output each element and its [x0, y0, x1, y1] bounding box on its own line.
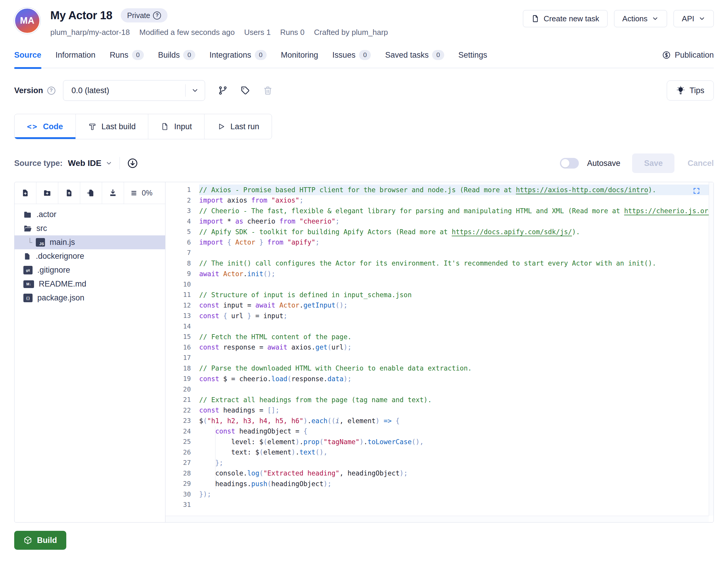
- new-folder-button[interactable]: [36, 182, 58, 204]
- code-line[interactable]: 17: [165, 352, 713, 363]
- code-line[interactable]: 31: [165, 499, 713, 510]
- code-editor[interactable]: 1// Axios - Promise based HTTP client fo…: [165, 182, 713, 522]
- line-number: 22: [165, 407, 199, 414]
- json-file-icon: { }: [23, 293, 33, 302]
- code-line[interactable]: 21// Extract all headings from the page …: [165, 394, 713, 405]
- source-type-select[interactable]: Web IDE: [68, 159, 112, 168]
- tab-builds[interactable]: Builds0: [158, 50, 195, 60]
- main-tabs: SourceInformationRuns0Builds0Integration…: [14, 50, 714, 68]
- tab-runs[interactable]: Runs0: [110, 50, 144, 60]
- autosave-label: Autosave: [587, 159, 621, 168]
- tab-publication[interactable]: Publication: [662, 51, 714, 60]
- file-upload-icon: [65, 189, 73, 197]
- tree-item--actor[interactable]: .actor: [15, 208, 165, 222]
- tab-count-badge: 0: [359, 50, 371, 60]
- line-number: 3: [165, 207, 199, 215]
- git-file-icon: git: [23, 266, 33, 275]
- code-line[interactable]: 13const { url } = input;: [165, 310, 713, 321]
- code-line[interactable]: 12const input = await Actor.getInput();: [165, 300, 713, 311]
- view-tab-last-build[interactable]: Last build: [76, 114, 149, 139]
- code-line[interactable]: 8// The init() call configures the Actor…: [165, 258, 713, 269]
- tree-item-main-js[interactable]: └JSmain.js: [15, 236, 165, 249]
- code-line[interactable]: 27 };: [165, 457, 713, 468]
- import-file-button[interactable]: [80, 182, 102, 204]
- code-line[interactable]: 14: [165, 321, 713, 332]
- code-line[interactable]: 19const $ = cheerio.load(response.data);: [165, 373, 713, 384]
- tips-button[interactable]: Tips: [667, 80, 714, 101]
- code-line[interactable]: 28 console.log("Extracted heading", head…: [165, 468, 713, 479]
- cancel-button[interactable]: Cancel: [687, 159, 714, 168]
- create-new-task-button[interactable]: Create new task: [523, 10, 608, 27]
- api-button[interactable]: API: [674, 10, 714, 27]
- tab-monitoring[interactable]: Monitoring: [281, 51, 318, 60]
- code-line[interactable]: 30});: [165, 489, 713, 500]
- download-all-button[interactable]: [102, 182, 124, 204]
- code-line[interactable]: 3// Cheerio - The fast, flexible & elega…: [165, 206, 713, 216]
- pull-code-button[interactable]: [127, 158, 138, 169]
- code-line[interactable]: 2import axios from "axios";: [165, 195, 713, 206]
- line-number: 13: [165, 312, 199, 319]
- tab-saved-tasks[interactable]: Saved tasks0: [385, 50, 444, 60]
- code-line[interactable]: 10: [165, 279, 713, 290]
- line-number: 20: [165, 386, 199, 393]
- file-name: main.js: [50, 238, 75, 247]
- actions-button[interactable]: Actions: [614, 10, 667, 27]
- code-line[interactable]: 5// Apify SDK - toolkit for building Api…: [165, 227, 713, 237]
- tab-integrations[interactable]: Integrations0: [210, 50, 267, 60]
- branch-version-button[interactable]: [218, 86, 228, 95]
- version-select-value: 0.0 (latest): [63, 86, 185, 95]
- code-line[interactable]: 20: [165, 384, 713, 395]
- code-line[interactable]: 29 headings.push(headingObject);: [165, 478, 713, 489]
- code-line[interactable]: 6import { Actor } from "apify";: [165, 237, 713, 248]
- editor-horizontal-scrollbar[interactable]: [165, 516, 709, 522]
- code-line[interactable]: 23$("h1, h2, h3, h4, h5, h6").each((i, e…: [165, 415, 713, 426]
- tag-version-button[interactable]: [241, 86, 250, 95]
- fullscreen-icon[interactable]: [692, 187, 700, 195]
- code-line[interactable]: 4import * as cheerio from "cheerio";: [165, 216, 713, 227]
- new-file-button[interactable]: [15, 182, 36, 204]
- code-line[interactable]: 26 text: $(element).text(),: [165, 447, 713, 458]
- view-tab-input[interactable]: Input: [148, 114, 204, 139]
- build-button[interactable]: Build: [14, 531, 66, 550]
- code-line[interactable]: 9await Actor.init();: [165, 269, 713, 279]
- code-line[interactable]: 16const response = await axios.get(url);: [165, 342, 713, 353]
- code-line[interactable]: 1// Axios - Promise based HTTP client fo…: [165, 185, 713, 195]
- actor-path: plum_harp/my-actor-18: [50, 28, 130, 37]
- help-icon[interactable]: ?: [47, 87, 55, 95]
- tree-item--dockerignore[interactable]: .dockerignore: [15, 249, 165, 263]
- tab-issues[interactable]: Issues0: [332, 50, 371, 60]
- code-line[interactable]: 24 const headingObject = {: [165, 426, 713, 437]
- tab-source[interactable]: Source: [14, 51, 41, 60]
- source-type-label: Source type:: [14, 159, 63, 168]
- code-icon: <>: [27, 122, 38, 131]
- tree-item-package-json[interactable]: { }package.json: [15, 291, 165, 305]
- tree-item-readme-md[interactable]: M↓README.md: [15, 277, 165, 291]
- code-line[interactable]: 25 level: $(element).prop("tagName").toL…: [165, 436, 713, 447]
- code-line[interactable]: 7: [165, 248, 713, 258]
- code-line[interactable]: 15// Fetch the HTML content of the page.: [165, 331, 713, 342]
- folder-open-icon: [23, 225, 32, 233]
- new-task-file-icon: [531, 14, 539, 23]
- code-line[interactable]: 18// Parse the downloaded HTML with Chee…: [165, 363, 713, 374]
- code-line[interactable]: 22const headings = [];: [165, 405, 713, 416]
- save-button[interactable]: Save: [632, 154, 674, 173]
- tree-item--gitignore[interactable]: git.gitignore: [15, 263, 165, 277]
- tab-information[interactable]: Information: [56, 51, 96, 60]
- trash-icon: [263, 86, 273, 95]
- help-icon[interactable]: ?: [153, 12, 161, 20]
- file-import-icon: [87, 189, 95, 197]
- download-circle-icon: [127, 158, 138, 169]
- code-line[interactable]: 11// Structure of input is defined in in…: [165, 289, 713, 300]
- editor-vertical-scrollbar[interactable]: [709, 182, 713, 516]
- view-tab-code[interactable]: <>Code: [15, 114, 76, 139]
- version-select[interactable]: 0.0 (latest): [63, 80, 205, 101]
- upload-file-button[interactable]: [58, 182, 80, 204]
- view-tab-last-run[interactable]: Last run: [204, 114, 272, 139]
- line-number: 27: [165, 459, 199, 466]
- tab-settings[interactable]: Settings: [458, 51, 487, 60]
- tree-item-src[interactable]: src: [15, 222, 165, 236]
- line-number: 21: [165, 396, 199, 403]
- line-number: 10: [165, 281, 199, 288]
- autosave-toggle[interactable]: [560, 158, 579, 169]
- tab-label: Information: [56, 51, 96, 60]
